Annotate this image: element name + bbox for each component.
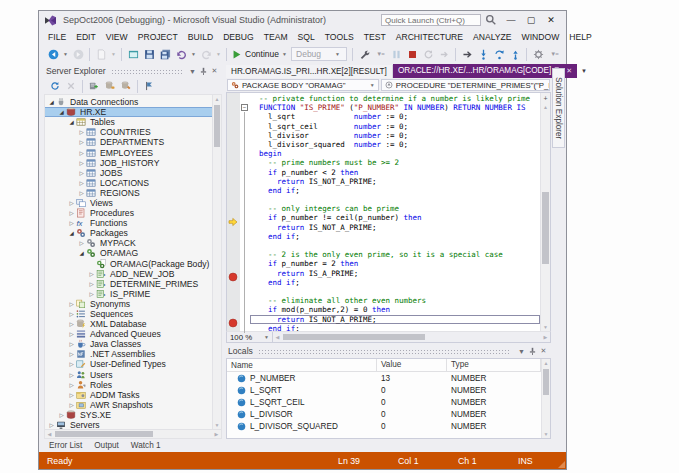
breakpoint-margin[interactable] [227, 93, 240, 331]
expand-icon[interactable]: ▷ [77, 240, 86, 246]
scroll-up-icon[interactable]: ▲ [543, 103, 548, 111]
expand-icon[interactable]: ▷ [67, 351, 76, 357]
code-line[interactable]: begin [250, 149, 540, 158]
connect-to-database-icon[interactable] [103, 78, 117, 94]
breakpoint-icon[interactable] [228, 268, 238, 278]
collapse-icon[interactable]: ◢ [67, 119, 76, 125]
code-line[interactable]: if p_number = 2 then [250, 259, 540, 268]
code-line[interactable]: return IS_NOT_A_PRIME; [250, 223, 540, 232]
search-icon[interactable] [485, 14, 497, 26]
code-line[interactable]: -- eliminate all other even numbers [250, 296, 540, 305]
split-window-handle[interactable]: + [543, 93, 547, 103]
tab-watch-1[interactable]: Watch 1 [131, 441, 161, 450]
step-marker-icon[interactable] [460, 46, 474, 62]
scroll-track[interactable] [54, 430, 212, 438]
maximize-button[interactable]: ▢ [521, 13, 541, 27]
scroll-thumb[interactable] [55, 431, 153, 437]
panel-drag-handle[interactable] [111, 69, 182, 74]
expand-icon[interactable]: ▷ [77, 170, 86, 176]
tree-item-sequences[interactable]: ▷Sequences [45, 309, 212, 319]
open-query-window-icon[interactable] [126, 46, 140, 62]
tree-item-addm-tasks[interactable]: ▷ADDM Tasks [45, 390, 212, 400]
break-all-icon[interactable] [389, 46, 403, 62]
expand-icon[interactable]: ▷ [57, 412, 66, 418]
expand-icon[interactable]: ▷ [87, 271, 96, 277]
expand-icon[interactable]: ▷ [47, 422, 56, 428]
tree-item-jobs[interactable]: ▷JOBS [45, 168, 212, 178]
scroll-track[interactable] [282, 333, 541, 341]
editor-tab-hr-oramag-is-pri-hr-xe-2-resul[interactable]: HR.ORAMAG.IS_PRI...HR.XE[2][RESULT] [226, 65, 393, 78]
code-line[interactable]: return IS_NOT_A_PRIME; [250, 315, 540, 324]
scroll-down-icon[interactable]: ▼ [543, 323, 548, 331]
locals-header[interactable]: Locals ▼ ✕ [226, 344, 551, 358]
breakpoint-icon[interactable] [228, 314, 238, 324]
tree-horizontal-scrollbar[interactable]: ◀ ▶ [44, 429, 222, 439]
tree-item-advanced-queues[interactable]: ▷Advanced Queues [45, 329, 212, 339]
scroll-left-icon[interactable]: ◀ [45, 431, 54, 437]
redo-icon[interactable] [199, 46, 213, 62]
scroll-track[interactable] [541, 111, 550, 323]
code-line[interactable]: -- only integers can be prime [250, 204, 540, 213]
collapse-region-icon[interactable]: − [241, 104, 248, 111]
save-all-icon[interactable] [158, 46, 172, 62]
navigate-backward-dropdown-icon[interactable]: ▼ [62, 46, 69, 62]
undo-icon[interactable] [174, 46, 188, 62]
column-header-name[interactable]: Name [227, 359, 377, 371]
undo-dropdown-icon[interactable]: ▼ [190, 46, 197, 62]
expand-icon[interactable]: ▷ [67, 392, 76, 398]
locals-row-l-sqrt-ceil[interactable]: L_SQRT_CEIL0NUMBER [227, 396, 541, 408]
scroll-thumb[interactable] [543, 369, 549, 395]
code-line[interactable] [250, 287, 540, 296]
menu-architecture[interactable]: ARCHITECTURE [391, 32, 468, 42]
code-line[interactable] [250, 241, 540, 250]
server-explorer-header[interactable]: Server Explorer ▼ ✕ [44, 64, 222, 78]
minimize-button[interactable]: — [501, 13, 521, 27]
member-dropdown[interactable]: PROCEDURE "DETERMINE_PRIMES"("P_IN_VAL ▼ [381, 79, 550, 91]
resize-grip[interactable] [558, 461, 565, 468]
collapse-icon[interactable]: ◢ [47, 99, 56, 105]
expand-icon[interactable]: ▷ [77, 180, 86, 186]
tree-item-java-classes[interactable]: ▷Java Classes [45, 339, 212, 349]
scroll-up-icon[interactable]: ▲ [215, 95, 220, 103]
tree-item-user-defined-types[interactable]: ▷User-Defined Types [45, 359, 212, 369]
expand-icon[interactable]: ▷ [67, 372, 76, 378]
tree-item-departments[interactable]: ▷DEPARTMENTS [45, 137, 212, 147]
column-header-value[interactable]: Value [377, 359, 447, 371]
code-line[interactable]: -- 2 is the only even prime, so it is a … [250, 250, 540, 259]
pin-icon[interactable] [527, 347, 538, 356]
code-text[interactable]: -- private function to determine if a nu… [250, 93, 540, 331]
tree-item-hr-xe[interactable]: ◢HR.XE [45, 107, 212, 117]
menu-analyze[interactable]: ANALYZE [468, 32, 517, 42]
show-next-statement-icon[interactable] [437, 46, 451, 62]
menu-sql[interactable]: SQL [293, 32, 320, 42]
tree-item-add-new-job[interactable]: ▷ADD_NEW_JOB [45, 269, 212, 279]
code-line[interactable]: end if; [250, 324, 540, 331]
tree-item-synonyms[interactable]: ▷Synonyms [45, 299, 212, 309]
tree-item-procedures[interactable]: ▷Procedures [45, 208, 212, 218]
debug-target-combo[interactable]: Debug▼ [291, 47, 347, 61]
tree-item-sys-xe[interactable]: ▷SYS.XE [45, 410, 212, 420]
scroll-track[interactable] [213, 103, 221, 421]
menu-test[interactable]: TEST [359, 32, 391, 42]
scroll-track[interactable] [542, 367, 550, 430]
tab-solution-explorer[interactable]: Solution Explorer [552, 68, 565, 148]
expand-icon[interactable]: ▷ [67, 311, 76, 317]
code-line[interactable]: return IS_NOT_A_PRIME; [250, 177, 540, 186]
expand-icon[interactable]: ▷ [67, 331, 76, 337]
object-dropdown[interactable]: PACKAGE BODY "ORAMAG" ▼ [227, 79, 379, 91]
auto-hide-all-icon[interactable] [142, 78, 156, 94]
code-line[interactable]: FUNCTION "IS_PRIME" ("P_NUMBER" IN NUMBE… [250, 103, 540, 112]
locals-vertical-scrollbar[interactable]: ▲ ▼ [541, 359, 550, 438]
current-statement-icon[interactable] [228, 213, 238, 223]
menu-project[interactable]: PROJECT [133, 32, 183, 42]
code-line[interactable]: end if; [250, 186, 540, 195]
outlining-margin[interactable]: − [240, 93, 250, 331]
expand-icon[interactable]: ▷ [77, 190, 86, 196]
code-line[interactable]: return IS_A_PRIME; [250, 269, 540, 278]
scroll-thumb[interactable] [542, 192, 549, 264]
refresh-icon[interactable] [48, 78, 62, 94]
tree-item-oramag-package-body[interactable]: ORAMAG(Package Body) [45, 259, 212, 269]
tree-item-tables[interactable]: ◢Tables [45, 117, 212, 127]
breakpoints-window-icon[interactable] [357, 46, 371, 62]
tree-item-determine-primes[interactable]: ▷DETERMINE_PRIMES [45, 279, 212, 289]
